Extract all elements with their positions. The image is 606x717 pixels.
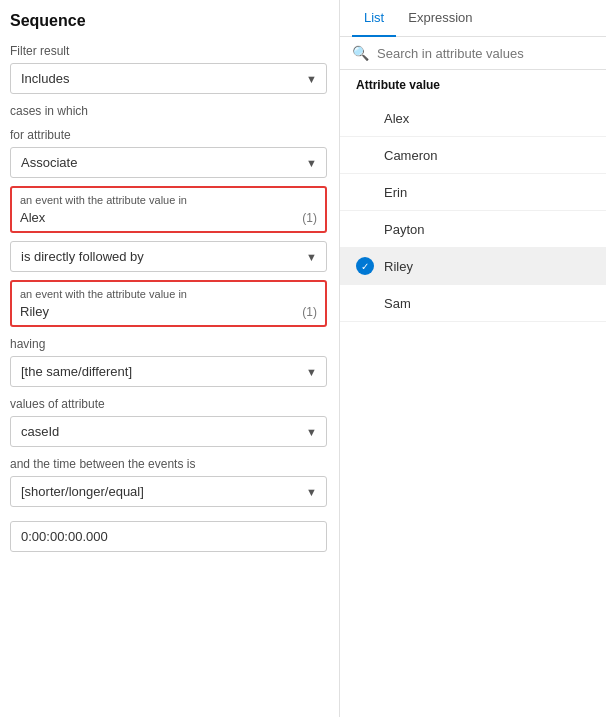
event2-value-row: Riley (1) — [20, 304, 317, 319]
event1-value: Alex — [20, 210, 45, 225]
time-between-dropdown[interactable]: [shorter/longer/equal] — [10, 476, 327, 507]
attr-item[interactable]: Payton — [340, 211, 606, 248]
empty-icon — [356, 183, 374, 201]
attr-header: Attribute value — [340, 70, 606, 100]
cases-in-which-label: cases in which — [10, 104, 327, 118]
attr-item[interactable]: ✓Riley — [340, 248, 606, 285]
event2-count: (1) — [302, 305, 317, 319]
tab-expression[interactable]: Expression — [396, 0, 484, 37]
values-of-attr-label: values of attribute — [10, 397, 327, 411]
sequence-dropdown-wrapper: is directly followed by ▼ — [10, 241, 327, 272]
event2-value: Riley — [20, 304, 49, 319]
panel-title: Sequence — [10, 12, 327, 30]
filter-result-dropdown-wrapper: Includes ▼ — [10, 63, 327, 94]
having-label: having — [10, 337, 327, 351]
attr-item[interactable]: Cameron — [340, 137, 606, 174]
values-of-attr-dropdown[interactable]: caseId — [10, 416, 327, 447]
attr-item-label: Riley — [384, 259, 413, 274]
attr-item-label: Alex — [384, 111, 409, 126]
event1-label: an event with the attribute value in — [20, 194, 317, 206]
event2-label: an event with the attribute value in — [20, 288, 317, 300]
sequence-dropdown[interactable]: is directly followed by — [10, 241, 327, 272]
attr-item[interactable]: Alex — [340, 100, 606, 137]
left-panel: Sequence Filter result Includes ▼ cases … — [0, 0, 340, 717]
attr-list: AlexCameronErinPayton✓RileySam — [340, 100, 606, 322]
event1-value-row: Alex (1) — [20, 210, 317, 225]
time-input[interactable] — [10, 521, 327, 552]
right-panel: List Expression 🔍 Attribute value AlexCa… — [340, 0, 606, 717]
time-between-dropdown-wrapper: [shorter/longer/equal] ▼ — [10, 476, 327, 507]
event1-box: an event with the attribute value in Ale… — [10, 186, 327, 233]
attr-item[interactable]: Sam — [340, 285, 606, 322]
empty-icon — [356, 146, 374, 164]
empty-icon — [356, 220, 374, 238]
search-icon: 🔍 — [352, 45, 369, 61]
time-between-label: and the time between the events is — [10, 457, 327, 471]
having-dropdown[interactable]: [the same/different] — [10, 356, 327, 387]
attr-item-label: Erin — [384, 185, 407, 200]
event2-box: an event with the attribute value in Ril… — [10, 280, 327, 327]
check-icon: ✓ — [356, 257, 374, 275]
attr-item[interactable]: Erin — [340, 174, 606, 211]
search-input[interactable] — [377, 46, 594, 61]
for-attribute-dropdown[interactable]: Associate — [10, 147, 327, 178]
empty-icon — [356, 109, 374, 127]
empty-icon — [356, 294, 374, 312]
search-bar: 🔍 — [340, 37, 606, 70]
filter-result-label: Filter result — [10, 44, 327, 58]
attr-item-label: Cameron — [384, 148, 437, 163]
tab-list[interactable]: List — [352, 0, 396, 37]
for-attribute-label: for attribute — [10, 128, 327, 142]
values-of-attr-dropdown-wrapper: caseId ▼ — [10, 416, 327, 447]
attr-item-label: Payton — [384, 222, 424, 237]
tab-bar: List Expression — [340, 0, 606, 37]
for-attribute-dropdown-wrapper: Associate ▼ — [10, 147, 327, 178]
having-dropdown-wrapper: [the same/different] ▼ — [10, 356, 327, 387]
event1-count: (1) — [302, 211, 317, 225]
attr-item-label: Sam — [384, 296, 411, 311]
filter-result-dropdown[interactable]: Includes — [10, 63, 327, 94]
